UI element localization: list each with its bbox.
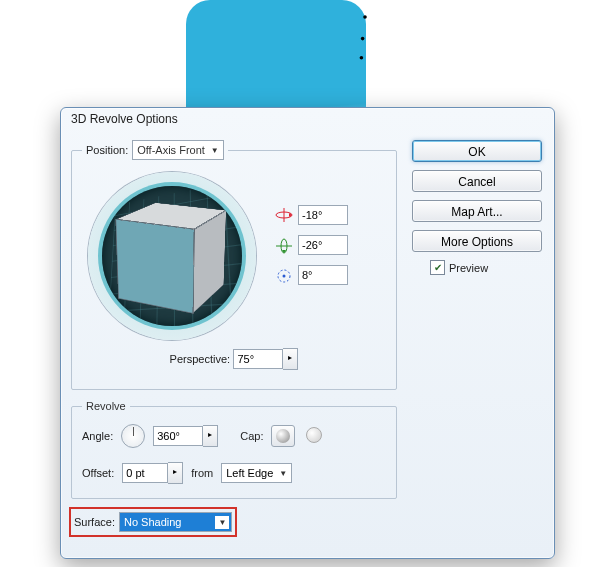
offset-input[interactable]: [122, 463, 168, 483]
perspective-label: Perspective:: [170, 353, 231, 365]
dialog-title: 3D Revolve Options: [61, 108, 554, 138]
cap-on-icon: [276, 429, 290, 443]
offset-from-select[interactable]: Left Edge ▼: [221, 463, 292, 483]
rotate-z-icon: [274, 268, 292, 282]
rotation-trackball[interactable]: [88, 172, 256, 340]
surface-row-highlight: Surface: No Shading ▼: [71, 509, 235, 535]
cap-label: Cap:: [240, 430, 263, 442]
offset-label: Offset:: [82, 467, 114, 479]
cap-off-button[interactable]: [303, 425, 325, 445]
position-group: Position: Off-Axis Front ▼: [71, 140, 397, 390]
angle-dial[interactable]: [121, 424, 145, 448]
offset-stepper[interactable]: ▸: [168, 462, 183, 484]
cap-off-icon: [306, 427, 322, 443]
chevron-down-icon: ▼: [209, 146, 221, 155]
position-label: Position:: [86, 144, 128, 156]
preview-checkbox[interactable]: ✔: [430, 260, 445, 275]
angle-input[interactable]: [153, 426, 203, 446]
cancel-button[interactable]: Cancel: [412, 170, 542, 192]
ok-button[interactable]: OK: [412, 140, 542, 162]
perspective-input[interactable]: [233, 349, 283, 369]
svg-point-7: [283, 275, 286, 278]
rotate-y-icon: [274, 238, 292, 252]
angle-stepper[interactable]: ▸: [203, 425, 218, 447]
from-label: from: [191, 467, 213, 479]
position-preset-select[interactable]: Off-Axis Front ▼: [132, 140, 224, 160]
revolve-group: Revolve Angle: ▸ Cap: Of: [71, 400, 397, 499]
perspective-stepper[interactable]: ▸: [283, 348, 298, 370]
chevron-down-icon: ▼: [215, 516, 229, 529]
rotate-x-input[interactable]: [298, 205, 348, 225]
rotate-z-input[interactable]: [298, 265, 348, 285]
preview-label: Preview: [449, 262, 488, 274]
chevron-down-icon: ▼: [277, 469, 289, 478]
angle-label: Angle:: [82, 430, 113, 442]
cap-on-button[interactable]: [271, 425, 295, 447]
offset-from-value: Left Edge: [226, 467, 273, 479]
rotate-y-input[interactable]: [298, 235, 348, 255]
position-preset-value: Off-Axis Front: [137, 144, 205, 156]
map-art-button[interactable]: Map Art...: [412, 200, 542, 222]
more-options-button[interactable]: More Options: [412, 230, 542, 252]
surface-label: Surface:: [74, 516, 115, 528]
cube-preview: [136, 210, 210, 297]
rotate-x-icon: [274, 208, 292, 222]
surface-select[interactable]: No Shading ▼: [119, 512, 232, 532]
revolve-legend: Revolve: [82, 400, 130, 412]
surface-value: No Shading: [124, 516, 210, 528]
dialog-3d-revolve-options: 3D Revolve Options Position: Off-Axis Fr…: [60, 107, 555, 559]
